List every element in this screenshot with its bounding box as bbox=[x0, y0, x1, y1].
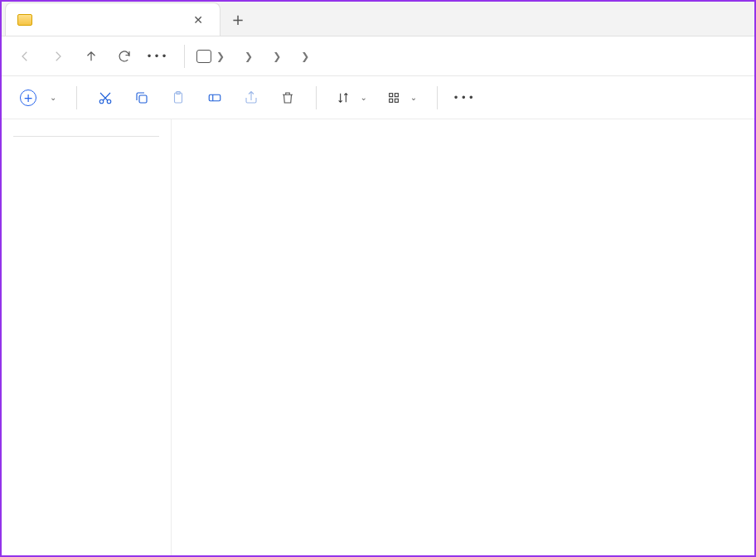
chevron-right-icon[interactable]: ❯ bbox=[216, 51, 225, 62]
tab-bar: ✕ + bbox=[2, 2, 754, 36]
sort-button[interactable]: ⌄ bbox=[328, 86, 375, 109]
svg-point-0 bbox=[100, 99, 104, 104]
svg-rect-5 bbox=[210, 94, 221, 101]
back-button[interactable] bbox=[10, 41, 40, 71]
breadcrumb[interactable]: ❯ ❯ ❯ ❯ bbox=[196, 49, 746, 64]
svg-rect-9 bbox=[395, 99, 398, 102]
separator bbox=[316, 86, 317, 109]
toolbar-more-button[interactable]: ••• bbox=[449, 83, 479, 113]
copy-button[interactable] bbox=[125, 83, 158, 113]
folder-icon bbox=[17, 14, 32, 26]
command-bar: + ⌄ ⌄ ⌄ ••• bbox=[2, 76, 754, 119]
svg-rect-6 bbox=[389, 93, 392, 96]
svg-rect-2 bbox=[139, 95, 147, 103]
crumb-steam[interactable] bbox=[314, 53, 324, 60]
separator bbox=[13, 136, 159, 137]
new-tab-button[interactable]: + bbox=[220, 2, 255, 36]
separator bbox=[76, 86, 77, 109]
paste-button[interactable] bbox=[162, 83, 195, 113]
separator bbox=[437, 86, 438, 109]
view-button[interactable]: ⌄ bbox=[379, 86, 425, 109]
rename-button[interactable] bbox=[198, 83, 231, 113]
chevron-down-icon: ⌄ bbox=[410, 93, 417, 102]
close-tab-button[interactable]: ✕ bbox=[188, 12, 208, 28]
chevron-right-icon[interactable]: ❯ bbox=[273, 51, 281, 62]
new-button[interactable]: + ⌄ bbox=[12, 85, 65, 111]
chevron-down-icon: ⌄ bbox=[50, 93, 56, 102]
svg-rect-8 bbox=[389, 99, 392, 102]
pc-icon bbox=[196, 49, 211, 64]
chevron-right-icon[interactable]: ❯ bbox=[245, 51, 253, 62]
delete-button[interactable] bbox=[271, 83, 304, 113]
file-list[interactable] bbox=[172, 119, 754, 555]
svg-rect-7 bbox=[395, 93, 398, 96]
chevron-right-icon[interactable]: ❯ bbox=[301, 51, 309, 62]
forward-button[interactable] bbox=[43, 41, 73, 71]
nav-more-button[interactable]: ••• bbox=[143, 41, 172, 71]
share-button[interactable] bbox=[235, 83, 268, 113]
body bbox=[2, 119, 754, 555]
crumb-this-pc[interactable] bbox=[230, 53, 240, 60]
crumb-program-files[interactable] bbox=[286, 53, 296, 60]
svg-point-1 bbox=[108, 99, 112, 104]
refresh-button[interactable] bbox=[109, 41, 139, 71]
up-button[interactable] bbox=[76, 41, 106, 71]
plus-circle-icon: + bbox=[20, 90, 36, 106]
cut-button[interactable] bbox=[89, 83, 122, 113]
navigation-pane bbox=[2, 119, 172, 555]
chevron-down-icon: ⌄ bbox=[360, 93, 366, 102]
navigation-bar: ••• ❯ ❯ ❯ ❯ bbox=[2, 36, 754, 76]
separator bbox=[184, 45, 185, 68]
window-tab[interactable]: ✕ bbox=[5, 2, 220, 36]
crumb-drive[interactable] bbox=[258, 53, 268, 60]
